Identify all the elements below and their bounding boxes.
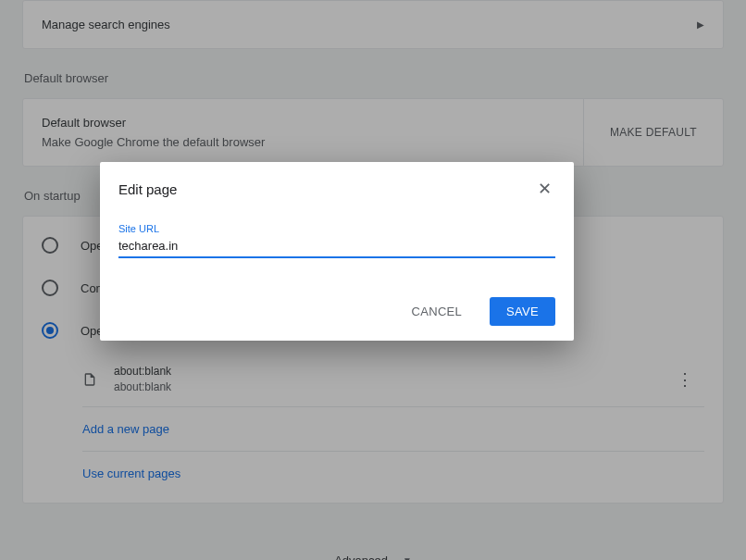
dialog-close-button[interactable]: ✕ [534,179,555,199]
site-url-field-label: Site URL [118,223,555,234]
save-button[interactable]: SAVE [490,297,555,326]
dialog-title: Edit page [118,181,177,197]
cancel-button[interactable]: CANCEL [395,297,479,326]
save-label: SAVE [506,305,539,318]
close-icon: ✕ [538,180,552,198]
cancel-label: CANCEL [412,305,463,318]
edit-page-dialog: Edit page ✕ Site URL CANCEL SAVE [100,162,574,341]
site-url-input[interactable] [118,236,555,258]
